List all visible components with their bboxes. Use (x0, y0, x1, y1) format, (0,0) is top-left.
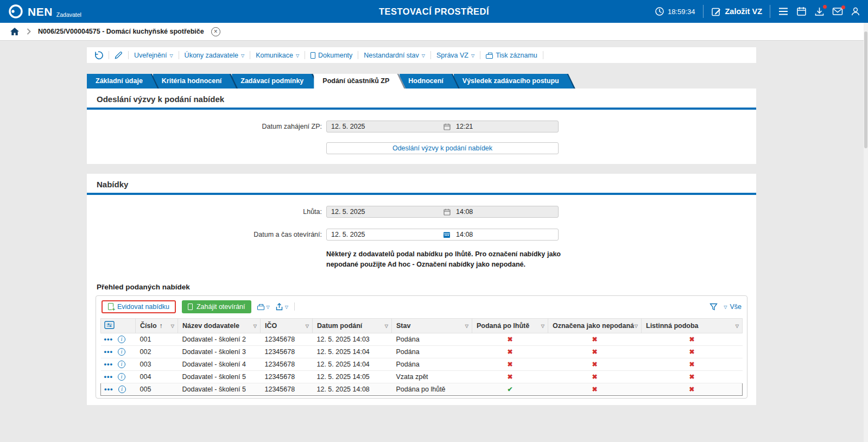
column-header[interactable]: Podaná po lhůtě▽ (472, 318, 548, 333)
filter-icon[interactable]: ▽ (736, 323, 739, 328)
cell-listinna: ✖ (642, 370, 743, 383)
date-value[interactable]: 12. 5. 2025 (327, 231, 443, 238)
column-header[interactable]: Datum podání▽ (313, 318, 392, 333)
filter-scope-label: Vše (730, 303, 742, 311)
create-vz-button[interactable]: Založit VZ (711, 7, 762, 17)
close-icon[interactable]: × (211, 27, 220, 36)
column-settings-header[interactable] (101, 318, 136, 333)
info-icon[interactable]: i (118, 348, 125, 356)
opening-datetime-input[interactable]: 12. 5. 2025 14:08 (326, 229, 559, 241)
table-row[interactable]: •••i005Dodavatel - školení 51234567812. … (101, 383, 743, 395)
export-button[interactable]: ▽ (276, 303, 288, 311)
toolbar-link[interactable]: Tisk záznamu (486, 52, 537, 59)
print-button[interactable]: ▽ (257, 304, 270, 310)
table-row[interactable]: •••i002Dodavatel - školení 31234567812. … (101, 345, 743, 358)
tab-3[interactable]: Zadávací podmínky (232, 74, 320, 89)
filter-icon[interactable]: ▽ (254, 323, 257, 328)
divider (128, 51, 129, 59)
toolbar-link[interactable]: Uveřejnění▽ (134, 52, 173, 59)
cross-icon: ✖ (689, 373, 694, 381)
messages-button[interactable] (832, 7, 843, 16)
menu-button[interactable] (778, 7, 789, 16)
tab-6[interactable]: Výsledek zadávacího postupu (454, 74, 575, 89)
cross-icon: ✖ (592, 361, 597, 368)
filter-icon[interactable]: ▽ (306, 323, 309, 328)
column-header[interactable]: Název dodavatele▽ (178, 318, 261, 333)
cell-po-lhute: ✔ (472, 383, 548, 395)
row-menu-icon[interactable]: ••• (104, 360, 113, 368)
filter-funnel-icon[interactable] (709, 303, 718, 311)
tab-1[interactable]: Základní údaje (87, 74, 159, 89)
column-header[interactable]: Označena jako nepodaná▽ (548, 318, 642, 333)
time-value[interactable]: 12:21 (451, 123, 558, 130)
info-icon[interactable]: i (118, 373, 125, 381)
chevron-down-icon: ▽ (296, 53, 299, 58)
date-value[interactable]: 12. 5. 2025 (327, 123, 443, 130)
cell-oznacena: ✖ (548, 370, 642, 383)
table-row[interactable]: •••i004Dodavatel - školení 51234567812. … (101, 370, 743, 383)
cell-ico: 12345678 (261, 358, 313, 370)
scrollbar[interactable] (864, 23, 868, 442)
downloads-button[interactable] (814, 7, 825, 16)
cell-oznacena: ✖ (548, 358, 642, 370)
calendar-button[interactable] (796, 7, 807, 16)
toolbar-link[interactable]: Nestandardní stav▽ (364, 52, 425, 59)
filter-scope-dropdown[interactable]: ▽ Vše (724, 303, 742, 311)
calendar-icon[interactable] (443, 231, 451, 238)
history-back-icon[interactable] (93, 50, 103, 60)
tab-5[interactable]: Hodnocení (400, 74, 460, 89)
user-button[interactable] (851, 7, 860, 16)
calendar-icon[interactable] (443, 209, 451, 216)
row-menu-icon[interactable]: ••• (104, 372, 113, 381)
chevron-down-icon: ▽ (422, 53, 425, 58)
filter-icon[interactable]: ▽ (385, 323, 388, 328)
time-value[interactable]: 14:08 (451, 231, 558, 238)
column-header[interactable]: IČO▽ (261, 318, 313, 333)
offers-table-head-row: Číslo↑▽Název dodavatele▽IČO▽Datum podání… (101, 318, 743, 333)
chevron-down-icon: ▽ (724, 305, 727, 310)
filter-icon[interactable]: ▽ (465, 323, 468, 328)
divider (543, 51, 543, 59)
divider (358, 51, 358, 59)
scrollbar-thumb[interactable] (864, 31, 867, 148)
time-value[interactable]: 14:08 (451, 208, 558, 216)
calendar-icon[interactable] (443, 123, 451, 130)
cross-icon: ✖ (507, 361, 512, 368)
date-value[interactable]: 12. 5. 2025 (327, 208, 443, 216)
divider (305, 51, 305, 59)
row-menu-icon[interactable]: ••• (104, 385, 113, 393)
divider (770, 5, 770, 18)
tab-4[interactable]: Podání účastníků ZP (314, 74, 406, 89)
user-icon (851, 7, 860, 16)
toolbar-link[interactable]: Komunikace▽ (256, 52, 299, 59)
toolbar-link[interactable]: Dokumenty (311, 52, 352, 59)
breadcrumb-record[interactable]: N006/25/V00004575 - Domácí kuchyňské spo… (38, 28, 204, 35)
home-icon[interactable] (10, 27, 20, 36)
nen-home-link[interactable]: NEN Zadavatel (8, 3, 81, 20)
cell-oznacena: ✖ (548, 333, 642, 345)
info-icon[interactable]: i (118, 386, 126, 393)
tab-2[interactable]: Kritéria hodnocení (153, 74, 238, 89)
offers-table: Číslo↑▽Název dodavatele▽IČO▽Datum podání… (100, 318, 743, 396)
row-menu-icon[interactable]: ••• (104, 348, 113, 356)
table-row[interactable]: •••i003Dodavatel - školení 41234567812. … (101, 358, 743, 370)
filter-icon[interactable]: ▽ (541, 323, 544, 328)
column-header[interactable]: Číslo↑▽ (136, 318, 178, 333)
column-header[interactable]: Listinná podoba▽ (642, 318, 743, 333)
column-header[interactable]: Stav▽ (392, 318, 472, 333)
filter-icon[interactable]: ▽ (171, 323, 174, 328)
row-menu-icon[interactable]: ••• (104, 335, 113, 343)
send-invite-button[interactable]: Odeslání výzvy k podání nabídek (326, 142, 559, 154)
toolbar-link[interactable]: Úkony zadavatele▽ (185, 52, 245, 59)
deadline-datetime-input[interactable]: 12. 5. 2025 14:08 (326, 206, 559, 218)
table-row[interactable]: •••i001Dodavatel - školení 21234567812. … (101, 333, 743, 345)
edit-record-icon[interactable] (115, 51, 123, 59)
info-icon[interactable]: i (118, 361, 125, 368)
info-icon[interactable]: i (118, 336, 125, 343)
cell-stav: Podána (392, 345, 472, 358)
register-offer-button[interactable]: Evidovat nabídku (102, 300, 176, 313)
start-datetime-input[interactable]: 12. 5. 2025 12:21 (326, 121, 559, 132)
start-opening-button[interactable]: Zahájit otevírání (182, 300, 251, 313)
toolbar-link[interactable]: Správa VZ▽ (436, 52, 474, 59)
filter-icon[interactable]: ▽ (635, 323, 638, 328)
